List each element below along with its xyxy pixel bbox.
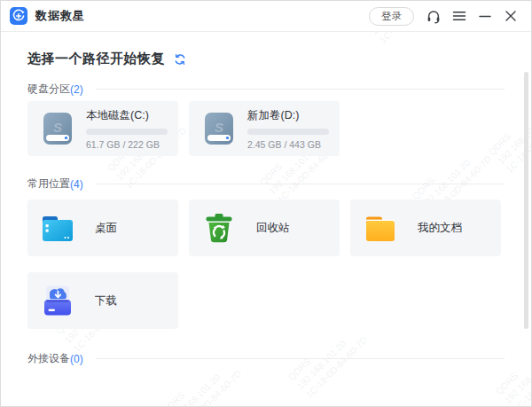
location-card-documents[interactable]: 我的文档: [350, 200, 501, 256]
location-card-recycle-bin[interactable]: 回收站: [189, 200, 340, 256]
section-locations-label: 常用位置: [27, 176, 70, 192]
scrollbar-thumb[interactable]: [524, 72, 528, 329]
hard-drive-icon: S: [200, 109, 239, 148]
location-card-row-1: 桌面: [27, 200, 501, 256]
page-title: 选择一个路径开始恢复: [27, 51, 165, 67]
login-button[interactable]: 登录: [369, 7, 414, 26]
drive-size-text: 61.7 GB / 222 GB: [86, 139, 168, 150]
desktop-folder-icon: [38, 208, 77, 247]
download-tray-icon: [38, 281, 77, 320]
drive-card-c[interactable]: S 本地磁盘(C:) 61.7 GB / 222 GB: [27, 101, 178, 156]
drive-usage-bar: [247, 129, 329, 135]
section-locations-header: 常用位置(4): [27, 176, 505, 192]
divider: [96, 89, 505, 90]
drive-name: 新加卷(D:): [247, 108, 329, 123]
close-icon[interactable]: [503, 8, 519, 24]
heading-row: 选择一个路径开始恢复: [27, 51, 186, 67]
drive-info: 本地磁盘(C:) 61.7 GB / 222 GB: [86, 108, 168, 150]
recycle-bin-icon: [200, 208, 239, 247]
app-window: 数据救星 登录: [0, 0, 532, 407]
drive-name: 本地磁盘(C:): [86, 108, 168, 123]
section-partitions-count: (2): [70, 83, 83, 96]
location-card-downloads[interactable]: 下载: [27, 272, 178, 329]
titlebar: 数据救星 登录: [1, 1, 531, 32]
titlebar-right: 登录: [369, 7, 531, 26]
drive-card-d[interactable]: S 新加卷(D:) 2.45 GB / 443 GB: [189, 101, 340, 156]
section-partitions-header: 硬盘分区(2): [27, 82, 505, 97]
location-label: 桌面: [95, 221, 117, 236]
section-locations-count: (4): [70, 178, 83, 191]
section-external-label: 外接设备: [27, 351, 70, 366]
location-card-desktop[interactable]: 桌面: [27, 200, 178, 256]
svg-text:S: S: [215, 120, 223, 135]
headset-icon[interactable]: [426, 8, 442, 24]
documents-folder-icon: [361, 208, 400, 247]
minimize-icon[interactable]: [477, 8, 493, 24]
location-label: 回收站: [256, 221, 290, 236]
menu-icon[interactable]: [451, 8, 467, 24]
app-logo-icon: [10, 7, 27, 25]
drive-usage-bar: [86, 129, 168, 135]
divider: [96, 358, 505, 359]
section-partitions-label: 硬盘分区: [27, 82, 70, 97]
app-title: 数据救星: [35, 8, 85, 24]
location-card-row-2: 下载: [27, 272, 178, 329]
divider: [96, 184, 505, 184]
titlebar-left: 数据救星: [1, 7, 85, 25]
location-label: 我的文档: [418, 221, 462, 236]
drive-size-text: 2.45 GB / 443 GB: [247, 139, 329, 150]
main-content: 选择一个路径开始恢复 硬盘分区(2): [1, 31, 531, 406]
hard-drive-icon: S: [38, 109, 77, 148]
location-label: 下载: [95, 294, 117, 309]
refresh-icon[interactable]: [174, 53, 186, 66]
section-external-header: 外接设备(0): [27, 351, 505, 366]
section-external-count: (0): [70, 353, 83, 365]
svg-text:S: S: [53, 120, 62, 135]
drive-card-row: S 本地磁盘(C:) 61.7 GB / 222 GB S: [27, 101, 340, 156]
drive-info: 新加卷(D:) 2.45 GB / 443 GB: [247, 108, 329, 150]
